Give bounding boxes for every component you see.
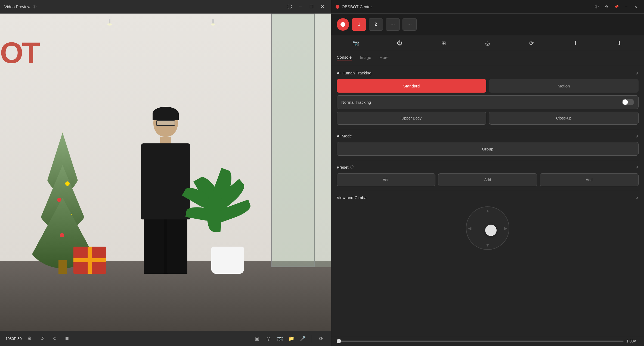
record-button[interactable]: ⏹ [63,334,72,343]
person-hair [153,107,179,120]
normal-tracking-label: Normal Tracking [341,100,371,105]
camera-icon-button[interactable]: 📷 [275,334,284,343]
folder-button[interactable]: 📁 [287,334,296,343]
video-content: OT ★ [0,14,331,331]
download-tool-button[interactable]: ⬇ [613,37,625,49]
camera-slot-3-icon: ··· [391,21,395,27]
ai-human-tracking-section: AI Human Tracking ∧ Standard Motion Norm… [337,71,639,125]
preset-add-button-3[interactable]: Add [540,173,639,186]
camera-slot-4-icon: ··· [407,21,412,27]
toolbar-left: 1080P 30 ⚙ ↺ ↻ ⏹ [5,334,72,343]
view-gimbal-section: View and Gimbal ∧ ▲ ▼ ◀ ▶ [337,195,639,253]
divider-3 [337,191,639,191]
body-mode-buttons: Upper Body Close-up [337,112,639,125]
upper-body-button[interactable]: Upper Body [337,112,486,125]
power-tool-button[interactable]: ⏻ [394,37,406,49]
zoom-suffix: × [634,339,636,343]
target-button[interactable]: ◎ [264,334,273,343]
console-content[interactable]: AI Human Tracking ∧ Standard Motion Norm… [331,65,644,336]
obsbot-close-button[interactable]: ✕ [632,3,640,11]
sync-tool-button[interactable]: ⟳ [525,37,537,49]
resolution-badge: 1080P 30 [5,336,22,341]
preset-header: Preset ⓘ ∧ [337,165,639,169]
gimbal-arrow-left: ◀ [468,226,471,231]
divider-1 [337,129,639,129]
preset-info-icon[interactable]: ⓘ [350,165,354,169]
zoom-slider-row: 1.00× [331,336,644,346]
tab-console[interactable]: Console [337,55,352,61]
tracking-mode-buttons: Standard Motion [337,79,639,93]
ornament [44,187,48,191]
normal-tracking-button[interactable]: Normal Tracking [337,95,639,109]
info-icon: ⓘ [33,4,36,9]
obsbot-info-button[interactable]: ⓘ [593,3,600,11]
plant-pot [211,247,244,274]
zoom-value: 1.00× [626,339,639,343]
gift-ribbon-vertical [88,247,92,274]
target-tool-button[interactable]: ◎ [482,37,494,49]
camera-tool-button[interactable]: 📷 [350,37,362,49]
gimbal-knob[interactable] [485,225,497,236]
preset-title-group: Preset ⓘ [337,165,354,169]
gimbal-joystick-container[interactable]: ▲ ▼ ◀ ▶ [337,204,639,253]
motion-mode-button[interactable]: Motion [489,79,639,93]
person-leg-left [144,219,164,274]
minimize-button[interactable]: ─ [296,2,305,11]
preset-add-button-1[interactable]: Add [337,173,435,186]
ai-human-tracking-title: AI Human Tracking [337,71,371,75]
screenshot-button[interactable]: ▣ [252,334,262,343]
tab-image[interactable]: Image [360,55,371,61]
obsbot-pin-button[interactable]: 📌 [612,3,620,11]
rotate-left-button[interactable]: ↺ [38,334,47,343]
zoom-slider[interactable] [337,341,624,342]
restore-button[interactable]: ❐ [307,2,316,11]
view-gimbal-header: View and Gimbal ∧ [337,195,639,200]
ai-mode-chevron[interactable]: ∧ [636,134,639,138]
camera-slot-4[interactable]: ··· [403,18,417,31]
person-neck [160,137,171,143]
ornament [60,233,64,237]
gimbal-circle[interactable]: ▲ ▼ ◀ ▶ [466,206,509,250]
video-background: OT ★ [0,14,331,331]
camera-slot-3[interactable]: ··· [386,18,400,31]
mic-button[interactable]: 🎤 [298,334,307,343]
obsbot-title-left: OBSBOT Center [336,4,372,9]
refresh-button[interactable]: ⟳ [316,334,326,343]
record-inner-dot [340,22,345,27]
layout-tool-button[interactable]: ⊞ [438,37,450,49]
preset-chevron[interactable]: ∧ [636,165,639,169]
rotate-right-button[interactable]: ↻ [50,334,59,343]
titlebar-controls: ⛶ ─ ❐ ✕ [285,2,327,11]
gimbal-arrow-right: ▶ [504,226,507,231]
preset-add-button-2[interactable]: Add [438,173,537,186]
view-gimbal-chevron[interactable]: ∧ [636,196,639,200]
obsbot-minimize-button[interactable]: ─ [622,3,630,11]
obsbot-titlebar: OBSBOT Center ⓘ ⚙ 📌 ─ ✕ [331,0,644,14]
ai-mode-header: AI Mode ∧ [337,134,639,138]
camera-slot-1[interactable]: 1 [352,18,366,31]
camera-record-button[interactable] [337,18,349,31]
settings-icon-button[interactable]: ⚙ [25,334,34,343]
close-button[interactable]: ✕ [318,2,327,11]
preset-buttons: Add Add Add [337,173,639,186]
ai-mode-section: AI Mode ∧ Group [337,134,639,156]
group-button[interactable]: Group [337,142,639,156]
obsbot-title: OBSBOT Center [342,4,372,9]
obsbot-settings-button[interactable]: ⚙ [603,3,610,11]
tree-trunk [58,260,67,274]
normal-tracking-toggle[interactable] [622,99,634,105]
camera-selector-row: 1 2 ··· ··· [331,14,644,35]
divider-2 [337,160,639,160]
close-up-button[interactable]: Close-up [489,112,639,125]
preset-title: Preset [337,165,348,169]
tab-more[interactable]: More [379,55,389,61]
standard-mode-button[interactable]: Standard [337,79,486,93]
zoom-number: 1.00 [626,339,634,343]
upload-tool-button[interactable]: ⬆ [569,37,581,49]
titlebar-left: Video Preview ⓘ [4,4,36,9]
gift-box [73,247,106,274]
camera-slot-2[interactable]: 2 [369,18,383,31]
fullscreen-button[interactable]: ⛶ [285,2,294,11]
ai-human-tracking-chevron[interactable]: ∧ [636,71,639,75]
door-panel [271,14,331,267]
